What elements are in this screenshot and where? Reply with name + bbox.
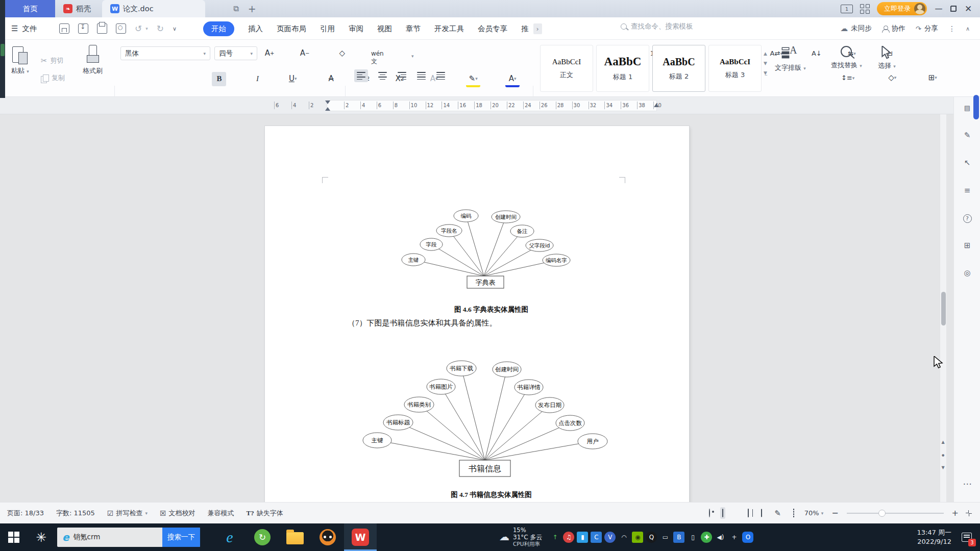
close-button[interactable]: ✕ (964, 4, 973, 14)
align-center-button[interactable] (376, 69, 389, 82)
tray-driver-icon[interactable]: C (591, 532, 602, 543)
tray-antivirus-icon[interactable]: ✚ (701, 532, 712, 543)
tab-docer[interactable]: ❧ 稻壳 (55, 0, 99, 17)
fit-page-button[interactable] (791, 507, 796, 519)
tray-nvidia-icon[interactable]: ◉ (632, 532, 643, 543)
underline-button[interactable]: U▾ (286, 71, 300, 86)
annotate-pen-icon[interactable]: ✎ (954, 131, 980, 140)
distribute-button[interactable] (434, 69, 448, 82)
menu-item-9[interactable]: 推 (521, 24, 529, 34)
save-icon[interactable] (59, 23, 69, 34)
search-go-button[interactable]: 搜索一下 (162, 528, 200, 547)
read-mode-button[interactable] (746, 507, 751, 519)
menu-item-1[interactable]: 插入 (248, 24, 263, 34)
export-icon[interactable] (78, 23, 88, 34)
borders-button[interactable]: ⊞▾ (925, 70, 940, 85)
style-card-2[interactable]: AaBbC标题 2 (652, 45, 705, 92)
menu-item-6[interactable]: 章节 (406, 24, 421, 34)
page-indicator[interactable]: 页面: 18/33 (7, 509, 44, 518)
copy-button[interactable]: 复制 (41, 73, 65, 83)
tray-display-icon[interactable]: ▭ (659, 532, 671, 543)
compat-mode[interactable]: 兼容模式 (208, 509, 234, 518)
apps-grid-icon[interactable] (860, 4, 870, 14)
right-margin-marker[interactable] (654, 104, 659, 107)
taskbar-app-wps[interactable]: W (344, 523, 377, 551)
style-card-0[interactable]: AaBbCcI正文 (540, 45, 593, 92)
outline-view-button[interactable] (733, 511, 738, 515)
redo-icon[interactable]: ↻ (157, 23, 164, 34)
notification-center[interactable]: 3 (957, 523, 977, 551)
taskbar-clock[interactable]: 13:47 周一 2022/9/12 (917, 528, 957, 546)
font-size-select[interactable]: 四号 ▾ (214, 46, 257, 60)
style-card-1[interactable]: AaBbC标题 1 (596, 45, 649, 92)
previous-page-button[interactable]: ▲ (940, 440, 946, 444)
ocr-tool-icon[interactable]: ⊞ (954, 241, 980, 250)
taskbar-app-panda[interactable] (311, 523, 344, 551)
fullscreen-button[interactable] (967, 511, 971, 515)
adjust-sliders-icon[interactable]: ≡ (954, 186, 980, 195)
menu-item-3[interactable]: 引用 (320, 24, 335, 34)
sidebar-blue-handle[interactable] (973, 95, 979, 119)
menu-item-5[interactable]: 视图 (377, 24, 392, 34)
pinyin-guide-icon[interactable]: wén文 (370, 51, 384, 65)
menu-item-7[interactable]: 开发工具 (434, 24, 464, 34)
start-button[interactable] (0, 523, 28, 551)
undo-icon[interactable]: ↺ (135, 23, 142, 34)
tab-list-icon[interactable]: ⧉ (229, 0, 243, 17)
browse-object-button[interactable]: ● (940, 453, 946, 457)
font-color-button[interactable]: A▾ (505, 73, 520, 87)
zoom-level[interactable]: 70% ▾ (804, 509, 823, 517)
print-icon[interactable] (97, 23, 107, 34)
collapse-ribbon-icon[interactable]: ∧ (966, 26, 970, 32)
page-view-button[interactable] (720, 507, 725, 519)
web-view-button[interactable] (759, 507, 764, 519)
share-button[interactable]: ↷ 分享 (916, 24, 938, 33)
collaborate-button[interactable]: 协作 (882, 24, 905, 33)
tray-ocr-icon[interactable]: O (742, 532, 753, 543)
undo-caret-icon[interactable]: ▾ (145, 26, 148, 31)
more-tools-icon[interactable]: ⋯ (954, 479, 980, 489)
eye-protect-button[interactable] (707, 507, 712, 519)
align-left-button[interactable] (354, 69, 368, 82)
zoom-slider[interactable] (847, 513, 944, 514)
new-tab-button[interactable]: + (243, 0, 261, 17)
document-page[interactable]: 主键字段字段名编码创建时间备注父字段id编码名字字典表 图 4.6 字典表实体属… (265, 126, 689, 502)
tray-volume-icon[interactable]: ◀) (715, 532, 726, 543)
taskbar-app-explorer[interactable] (279, 523, 311, 551)
zoom-in-button[interactable]: + (952, 508, 959, 518)
spell-check-toggle[interactable]: ☑ 拼写检查 ▾ (107, 509, 148, 518)
justify-button[interactable] (414, 69, 428, 82)
weather-cpu-widget[interactable]: ☁ 15% 31°C 多云 CPU利用率 (499, 527, 542, 547)
line-spacing-button[interactable]: ↕≡▾ (841, 71, 855, 85)
customize-toolbar-icon[interactable]: ∨ (173, 26, 177, 32)
tray-upload-icon[interactable]: ↑ (549, 532, 560, 543)
tray-usb-device-icon[interactable]: ▮ (577, 532, 588, 543)
sort-button[interactable]: A↓ (810, 46, 824, 61)
tray-wifi-icon[interactable]: ◠ (618, 532, 629, 543)
pinwheel-app-button[interactable]: ✳ (28, 523, 55, 551)
tray-qq-icon[interactable]: Q (646, 532, 657, 543)
style-card-3[interactable]: AaBbCcI标题 3 (708, 45, 762, 92)
select-button[interactable]: 选择 ▾ (878, 46, 896, 70)
tray-usb-drive-icon[interactable]: ▯ (687, 532, 698, 543)
indent-marker[interactable] (325, 100, 331, 111)
location-tool-icon[interactable]: ◎ (954, 268, 980, 278)
increase-font-icon[interactable]: A+ (262, 46, 277, 60)
tab-document[interactable]: W 论文.doc (102, 0, 205, 17)
tray-bluetooth-icon[interactable]: B (673, 532, 684, 543)
pinyin-caret-icon[interactable]: ▾ (405, 49, 420, 63)
pointer-mode-icon[interactable]: ↖ (954, 158, 980, 167)
login-button[interactable]: 立即登录 (877, 2, 927, 15)
next-page-button[interactable]: ▼ (940, 465, 946, 470)
italic-button[interactable]: I (251, 72, 265, 86)
help-icon[interactable]: ? (954, 213, 980, 223)
missing-font-warning[interactable]: T? 缺失字体 (247, 509, 283, 518)
highlight-color-button[interactable]: ✎▾ (466, 73, 480, 87)
align-right-button[interactable] (395, 69, 409, 82)
scrollbar-thumb[interactable] (941, 292, 946, 325)
taskbar-app-ie[interactable]: e (213, 523, 246, 551)
sync-status[interactable]: ☁ 未同步 (840, 24, 872, 33)
menu-item-8[interactable]: 会员专享 (478, 24, 507, 34)
menu-item-4[interactable]: 审阅 (349, 24, 363, 34)
bold-button[interactable]: B (212, 72, 226, 86)
